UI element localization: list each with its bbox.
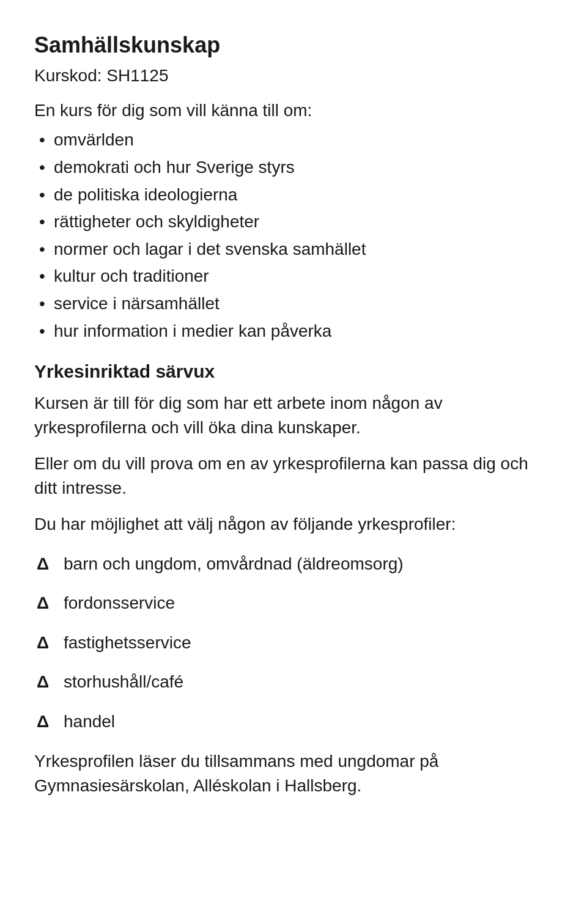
bullet-item: kultur och traditioner (34, 264, 553, 289)
sarvux-text2: Eller om du vill prova om en av yrkespro… (34, 452, 553, 501)
bullet-item: normer och lagar i det svenska samhället (34, 237, 553, 262)
sarvux-heading: Yrkesinriktad särvux (34, 358, 553, 385)
bullet-item: rättigheter och skyldigheter (34, 210, 553, 235)
sarvux-text1: Kursen är till för dig som har ett arbet… (34, 391, 553, 441)
footer-text: Yrkesprofilen läser du tillsammans med u… (34, 749, 553, 799)
delta-item: storhushåll/café (34, 670, 553, 695)
page-title: Samhällskunskap (34, 29, 553, 61)
bullet-item: omvärlden (34, 128, 553, 153)
kurskod: Kurskod: SH1125 (34, 64, 553, 89)
delta-item: fordonsservice (34, 591, 553, 616)
bullet-item: demokrati och hur Sverige styrs (34, 155, 553, 180)
bullet-list: omvärldendemokrati och hur Sverige styrs… (34, 128, 553, 343)
delta-item: fastighetsservice (34, 631, 553, 656)
bullet-item: hur information i medier kan påverka (34, 319, 553, 344)
profiler-intro: Du har möjlighet att välj någon av följa… (34, 512, 553, 537)
bullet-item: service i närsamhället (34, 292, 553, 317)
delta-item: barn och ungdom, omvårdnad (äldreomsorg) (34, 552, 553, 577)
delta-item: handel (34, 710, 553, 735)
intro-label: En kurs för dig som vill känna till om: (34, 98, 553, 123)
delta-list: barn och ungdom, omvårdnad (äldreomsorg)… (34, 552, 553, 735)
bullet-item: de politiska ideologierna (34, 183, 553, 208)
